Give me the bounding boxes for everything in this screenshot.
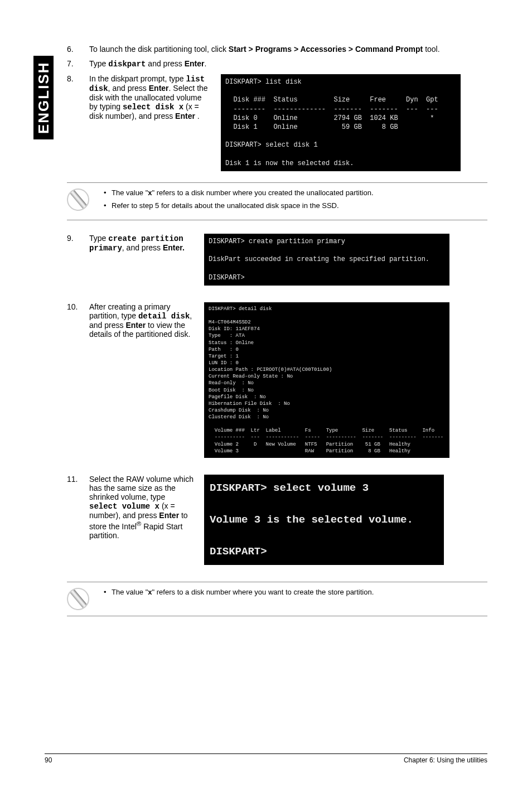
step-10: 10. After creating a primary partition, … <box>67 302 487 458</box>
step-11: 11. Select the RAW volume which has the … <box>67 475 487 566</box>
step-9-num: 9. <box>67 234 89 286</box>
console-select-volume: DISKPART> select volume 3 Volume 3 is th… <box>204 475 444 566</box>
step-10-enter: Enter <box>125 321 146 330</box>
step-8-enter2: Enter <box>175 112 195 120</box>
note2-b1c: " refers to a disk number where you want… <box>152 588 374 596</box>
step-8-code2: select disk x <box>123 103 183 112</box>
note1-b1a: The value " <box>112 189 148 197</box>
step-8-text-e: . <box>195 112 200 120</box>
step-8: 8. In the diskpart prompt, type list dis… <box>67 74 487 171</box>
note1-bullet1: The value "x" refers to a disk number wh… <box>100 189 374 197</box>
note1-b1b: x <box>148 189 152 197</box>
step-11-text-a: Select the RAW volume which has the same… <box>89 475 194 501</box>
step-6-text-a: To launch the disk partitioning tool, cl… <box>89 45 229 54</box>
note-block-1: The value "x" refers to a disk number wh… <box>67 182 487 220</box>
note2-b1a: The value " <box>112 588 148 596</box>
console-list-disk: DISKPART> list disk Disk ### Status Size… <box>221 74 461 171</box>
console-detail-disk: DISKPART> detail disk M4-CT064M4SSD2 Dis… <box>204 302 449 458</box>
step-11-num: 11. <box>67 475 89 566</box>
step-6-text-c: tool. <box>423 45 439 54</box>
step-7-code: diskpart <box>108 60 146 69</box>
step-7-text-d: . <box>205 59 207 68</box>
step-8-num: 8. <box>67 74 89 171</box>
step-8-text-a: In the diskpart prompt, type <box>89 74 186 83</box>
step-8-text-b: , and press <box>108 84 149 93</box>
side-tab-english: ENGLISH <box>33 56 54 139</box>
step-8-enter1: Enter <box>149 84 169 93</box>
note2-b1b: x <box>148 588 152 596</box>
console-create-partition: DISKPART> create partition primary DiskP… <box>204 234 449 286</box>
pencil-icon <box>62 184 94 215</box>
step-7-text-b: and press <box>146 59 184 68</box>
page-footer: 90 Chapter 6: Using the utilities <box>45 753 487 764</box>
note2-bullet1: The value "x" refers to a disk number wh… <box>100 588 374 596</box>
step-11-enter: Enter <box>159 511 179 520</box>
step-9: 9. Type create partition primary, and pr… <box>67 234 487 286</box>
step-9-enter: Enter. <box>163 243 185 252</box>
page-number: 90 <box>45 756 52 764</box>
note1-b1c: " refers to a disk number where you crea… <box>152 189 374 197</box>
step-10-code: detail disk <box>138 312 190 321</box>
step-10-num: 10. <box>67 302 89 458</box>
step-6: 6. To launch the disk partitioning tool,… <box>67 45 487 54</box>
chapter-title: Chapter 6: Using the utilities <box>404 756 487 764</box>
step-7-enter: Enter <box>185 59 205 68</box>
step-7-text-a: Type <box>89 59 108 68</box>
note1-bullet2: Refer to step 5 for details about the un… <box>100 201 374 210</box>
step-9-text-b: , and press <box>122 243 163 252</box>
note-block-2: The value "x" refers to a disk number wh… <box>67 582 487 616</box>
step-7: 7. Type diskpart and press Enter. <box>67 59 487 69</box>
pencil-icon <box>62 583 94 615</box>
step-11-code: select volume x <box>89 502 159 511</box>
step-6-path: Start > Programs > Accessories > Command… <box>229 45 423 54</box>
step-9-text-a: Type <box>89 234 108 243</box>
step-6-num: 6. <box>67 45 89 54</box>
step-7-num: 7. <box>67 59 89 69</box>
